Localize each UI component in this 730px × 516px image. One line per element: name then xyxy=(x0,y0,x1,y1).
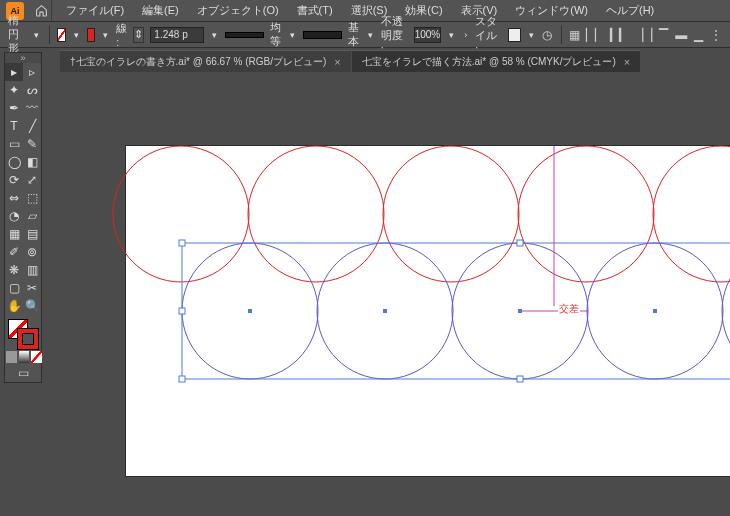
menu-bar: Ai ファイル(F) 編集(E) オブジェクト(O) 書式(T) 選択(S) 効… xyxy=(0,0,730,22)
lasso-tool[interactable]: ᔕ xyxy=(23,81,41,99)
svg-rect-13 xyxy=(517,240,523,246)
menu-file[interactable]: ファイル(F) xyxy=(58,0,132,21)
hand-tool[interactable]: ✋ xyxy=(5,297,23,315)
free-transform-tool[interactable]: ⬚ xyxy=(23,189,41,207)
width-tool[interactable]: ⇔ xyxy=(5,189,23,207)
stroke-weight-input[interactable] xyxy=(150,27,204,43)
control-bar: 楕円形 ▾ ▾ ▾ 線 : ⇕ ▾ 均等▾ 基本▾ 不透明度 : 100%▾ ›… xyxy=(0,22,730,48)
rectangle-tool[interactable]: ▭ xyxy=(5,135,23,153)
stroke-dropdown-icon[interactable]: ▾ xyxy=(101,30,110,40)
svg-point-2 xyxy=(383,146,519,282)
align-center-icon[interactable]: ▎▎ xyxy=(610,25,628,45)
line-tool[interactable]: ╱ xyxy=(23,117,41,135)
direct-selection-tool[interactable]: ▹ xyxy=(23,63,41,81)
screen-mode-tool[interactable]: ▭ xyxy=(5,364,41,382)
svg-rect-23 xyxy=(653,309,657,313)
blend-tool[interactable]: ⊚ xyxy=(23,243,41,261)
rotate-tool[interactable]: ⟳ xyxy=(5,171,23,189)
document-tab-2-title: 七宝をイラレで描く方法.ai* @ 58 % (CMYK/プレビュー) xyxy=(362,55,616,69)
home-icon[interactable] xyxy=(32,0,52,22)
svg-rect-17 xyxy=(179,376,185,382)
align-left-icon[interactable]: ▏▏ xyxy=(586,25,604,45)
color-mode-color[interactable] xyxy=(6,351,17,363)
stroke-profile-preview[interactable] xyxy=(225,32,264,38)
recolor-icon[interactable]: ◷ xyxy=(542,25,553,45)
selection-box xyxy=(179,240,730,382)
toolbox-collapse-icon[interactable]: » xyxy=(5,53,41,63)
style-label: スタイル : xyxy=(475,15,502,55)
stroke-profile-label: 均等 xyxy=(270,21,282,49)
svg-point-1 xyxy=(248,146,384,282)
artboard-tool[interactable]: ▢ xyxy=(5,279,23,297)
zoom-tool[interactable]: 🔍 xyxy=(23,297,41,315)
color-mode-none[interactable] xyxy=(31,351,42,363)
stroke-label: 線 : xyxy=(116,22,127,48)
document-tab-1-title: †七宝のイラレの書き方.ai* @ 66.67 % (RGB/プレビュー) xyxy=(70,55,326,69)
close-icon[interactable]: × xyxy=(624,56,630,68)
stroke-weight-stepper[interactable]: ⇕ xyxy=(133,27,144,43)
document-tab-1[interactable]: †七宝のイラレの書き方.ai* @ 66.67 % (RGB/プレビュー) × xyxy=(60,50,351,72)
artwork-svg xyxy=(126,146,730,486)
stroke-swatch[interactable] xyxy=(87,28,95,42)
mesh-tool[interactable]: ▦ xyxy=(5,225,23,243)
perspective-tool[interactable]: ▱ xyxy=(23,207,41,225)
blue-circle-row xyxy=(182,243,730,379)
menu-type[interactable]: 書式(T) xyxy=(289,0,341,21)
column-graph-tool[interactable]: ▥ xyxy=(23,261,41,279)
svg-rect-22 xyxy=(518,309,522,313)
shaper-tool[interactable]: ◯ xyxy=(5,153,23,171)
graphic-style-swatch[interactable] xyxy=(508,28,521,42)
pen-tool[interactable]: ✒ xyxy=(5,99,23,117)
svg-rect-20 xyxy=(248,309,252,313)
paintbrush-tool[interactable]: ✎ xyxy=(23,135,41,153)
brush-preview[interactable] xyxy=(303,31,342,39)
menu-object[interactable]: オブジェクト(O) xyxy=(189,0,287,21)
magic-wand-tool[interactable]: ✦ xyxy=(5,81,23,99)
svg-point-0 xyxy=(113,146,249,282)
svg-rect-11 xyxy=(182,243,730,379)
stroke-weight-dropdown-icon[interactable]: ▾ xyxy=(210,30,219,40)
align-right-icon[interactable]: ▕▕ xyxy=(634,25,652,45)
eyedropper-tool[interactable]: ✐ xyxy=(5,243,23,261)
gradient-tool[interactable]: ▤ xyxy=(23,225,41,243)
opacity-dropdown-icon[interactable]: ▾ xyxy=(447,30,456,40)
menu-help[interactable]: ヘルプ(H) xyxy=(598,0,662,21)
fill-swatch[interactable] xyxy=(57,28,65,42)
svg-rect-15 xyxy=(179,308,185,314)
close-icon[interactable]: × xyxy=(334,56,340,68)
document-tab-strip: †七宝のイラレの書き方.ai* @ 66.67 % (RGB/プレビュー) × … xyxy=(46,50,730,72)
shape-type-dropdown-icon[interactable]: ▾ xyxy=(32,30,41,40)
menu-window[interactable]: ウィンドウ(W) xyxy=(507,0,596,21)
svg-point-4 xyxy=(653,146,730,282)
shape-builder-tool[interactable]: ◔ xyxy=(5,207,23,225)
shape-type-label: 楕円形 xyxy=(8,14,26,56)
document-tab-2[interactable]: 七宝をイラレで描く方法.ai* @ 58 % (CMYK/プレビュー) × xyxy=(352,50,641,72)
opacity-menu-icon[interactable]: › xyxy=(462,30,469,40)
svg-rect-12 xyxy=(179,240,185,246)
scale-tool[interactable]: ⤢ xyxy=(23,171,41,189)
distribute-icon[interactable]: ⋮ xyxy=(710,25,722,45)
red-circle-row xyxy=(113,146,730,282)
menu-edit[interactable]: 編集(E) xyxy=(134,0,187,21)
fill-dropdown-icon[interactable]: ▾ xyxy=(72,30,81,40)
opacity-label: 不透明度 : xyxy=(381,15,408,55)
slice-tool[interactable]: ✂ xyxy=(23,279,41,297)
brush-dropdown-icon[interactable]: ▾ xyxy=(366,30,375,40)
fill-stroke-indicator[interactable] xyxy=(5,318,41,350)
eraser-tool[interactable]: ◧ xyxy=(23,153,41,171)
canvas-area[interactable]: 交差 xyxy=(46,72,730,516)
type-tool[interactable]: T xyxy=(5,117,23,135)
stroke-indicator[interactable] xyxy=(18,329,38,349)
color-mode-row xyxy=(5,350,43,364)
stroke-profile-dropdown-icon[interactable]: ▾ xyxy=(288,30,297,40)
align-middle-icon[interactable]: ▬ xyxy=(675,25,687,45)
curvature-tool[interactable]: 〰 xyxy=(23,99,41,117)
align-menu-icon[interactable]: ▦ xyxy=(569,25,580,45)
symbol-sprayer-tool[interactable]: ❋ xyxy=(5,261,23,279)
align-top-icon[interactable]: ▔ xyxy=(658,25,669,45)
selection-tool[interactable]: ▸ xyxy=(5,63,23,81)
style-dropdown-icon[interactable]: ▾ xyxy=(527,30,536,40)
align-bottom-icon[interactable]: ▁ xyxy=(693,25,704,45)
opacity-value[interactable]: 100% xyxy=(414,27,442,43)
color-mode-gradient[interactable] xyxy=(19,351,30,363)
